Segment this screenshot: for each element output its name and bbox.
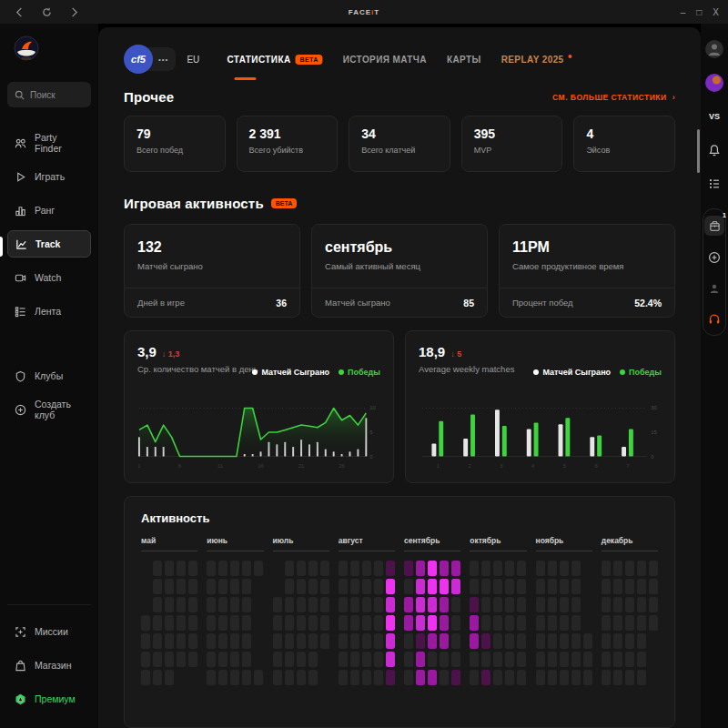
sidebar-item-feed[interactable]: Лента: [7, 298, 91, 325]
heatmap-cell: [350, 597, 359, 612]
heatmap-cell: [386, 579, 395, 594]
svg-text:6: 6: [595, 463, 599, 469]
heatmap-cell: [230, 652, 239, 667]
clubs-shield-icon: [15, 370, 26, 382]
main-content: cf5 ••• EU СТАТИСТИКА BETA ИСТОРИЯ МАТЧА…: [98, 27, 701, 728]
heatmap-cell: [230, 615, 239, 631]
heatmap-cell: [440, 579, 449, 594]
notifications-bell-icon[interactable]: [705, 141, 723, 159]
see-more-stats-link[interactable]: СМ. БОЛЬШЕ СТАТИСТИКИ ›: [552, 93, 675, 102]
heatmap-cell: [481, 652, 490, 667]
heatmap-cell: [207, 670, 216, 685]
sidebar-item-missions[interactable]: Миссии: [7, 618, 91, 645]
svg-text:4: 4: [531, 463, 535, 469]
heatmap-cell: [505, 633, 514, 649]
svg-text:2: 2: [468, 463, 470, 469]
heatmap-cell: [218, 579, 228, 594]
heatmap-cell: [297, 670, 306, 685]
profile-avatar-icon[interactable]: [705, 40, 723, 58]
sidebar-item-party-finder[interactable]: Party Finder: [7, 129, 91, 157]
chart-legend: Матчей Сыграно Победы: [252, 368, 380, 377]
activity-heatmap-card: Активность майиюньиюльавгустсентябрьоктя…: [124, 496, 675, 728]
heatmap-cell: [470, 615, 479, 631]
search-box[interactable]: [7, 82, 91, 107]
heatmap-cell: [505, 652, 514, 667]
sidebar-item-play[interactable]: Играть: [7, 163, 91, 190]
sidebar-item-watch[interactable]: Watch: [7, 264, 91, 291]
sidebar-item-label: Party Finder: [35, 132, 84, 154]
add-icon[interactable]: [705, 248, 723, 267]
heatmap-cell: [583, 652, 592, 667]
sidebar-item-track[interactable]: Track: [7, 230, 91, 258]
svg-text:10: 10: [369, 405, 376, 410]
tab-maps[interactable]: КАРТЫ: [447, 55, 481, 65]
heatmap-cell: [339, 615, 348, 631]
heatmap-cell: [153, 561, 162, 576]
heatmap-cell: [505, 579, 514, 594]
svg-text:21: 21: [298, 463, 305, 469]
heatmap-cell: [188, 597, 197, 612]
tab-match-history[interactable]: ИСТОРИЯ МАТЧА: [343, 55, 427, 65]
heatmap-cell: [362, 561, 371, 576]
avatar[interactable]: cf5: [124, 45, 153, 74]
heatmap-cell: [374, 652, 383, 667]
heatmap-cell: [207, 579, 216, 594]
heatmap-cell: [242, 633, 251, 649]
heatmap-month: июль: [273, 536, 329, 685]
heatmap-cell: [625, 652, 634, 667]
heatmap-cell: [613, 579, 622, 594]
left-sidebar: Party Finder Играть Ранг Track Watch Лен…: [0, 24, 98, 728]
sidebar-item-premium[interactable]: Премиум: [7, 685, 91, 713]
heatmap-cell: [188, 579, 197, 594]
heatmap-cell: [613, 615, 622, 631]
leaderboard-icon[interactable]: [705, 175, 723, 193]
game-avatar[interactable]: [705, 74, 723, 92]
heatmap-cell: [153, 579, 162, 594]
weekly-matches-chart-card: 18,9 ↓ 5 Average weekly matches Матчей С…: [405, 330, 675, 483]
tab-replay[interactable]: REPLAY 2025: [501, 55, 572, 65]
sidebar-item-shop[interactable]: Магазин: [7, 652, 91, 679]
section-title-game-activity: Игровая активность: [124, 196, 264, 211]
heatmap-cell: [297, 652, 306, 667]
heatmap-month-grid: [273, 561, 329, 685]
heatmap-cell: [350, 633, 359, 649]
svg-text:1: 1: [137, 463, 140, 469]
heatmap-cell: [440, 597, 449, 612]
faceit-logo[interactable]: [13, 35, 40, 62]
sidebar-item-create-club[interactable]: Создать клуб: [7, 396, 91, 423]
heatmap-cell: [536, 615, 545, 631]
svg-text:7: 7: [626, 463, 629, 469]
heatmap-cell: [440, 561, 449, 576]
heatmap-cell: [451, 652, 460, 667]
misc-section-header: Прочее СМ. БОЛЬШЕ СТАТИСТИКИ ›: [124, 89, 675, 105]
heatmap-month-rule: [404, 551, 460, 551]
search-input[interactable]: [30, 90, 85, 100]
sidebar-item-label: Ранг: [35, 205, 55, 216]
heatmap-cell: [625, 597, 634, 612]
svg-text:1: 1: [437, 463, 440, 469]
heatmap-cell: [230, 670, 239, 685]
vs-label[interactable]: VS: [705, 107, 723, 126]
heatmap-cell: [649, 579, 658, 594]
heatmap-cell: [285, 597, 294, 612]
heatmap-cell: [602, 633, 611, 649]
heatmap-cell: [153, 615, 162, 631]
heatmap-cell: [470, 579, 479, 594]
heatmap-cell: [493, 652, 502, 667]
sidebar-item-clubs[interactable]: Клубы: [7, 362, 91, 389]
heatmap-cell: [242, 615, 251, 631]
svg-text:16: 16: [258, 463, 264, 469]
heatmap-cell: [536, 561, 545, 576]
heatmap-cell: [254, 561, 263, 576]
heatmap-cell: [505, 561, 514, 576]
heatmap-cell: [649, 597, 658, 612]
inventory-icon[interactable]: 1: [704, 216, 724, 236]
voice-chat-headphones-icon[interactable]: [705, 310, 723, 329]
friends-icon[interactable]: [705, 279, 723, 298]
tab-statistics[interactable]: СТАТИСТИКА BETA: [227, 55, 322, 65]
heatmap-cell: [273, 652, 282, 667]
sidebar-item-rank[interactable]: Ранг: [7, 197, 91, 224]
heatmap-cell: [548, 670, 557, 685]
heatmap-cell: [254, 579, 263, 594]
scrollbar[interactable]: [697, 129, 700, 173]
